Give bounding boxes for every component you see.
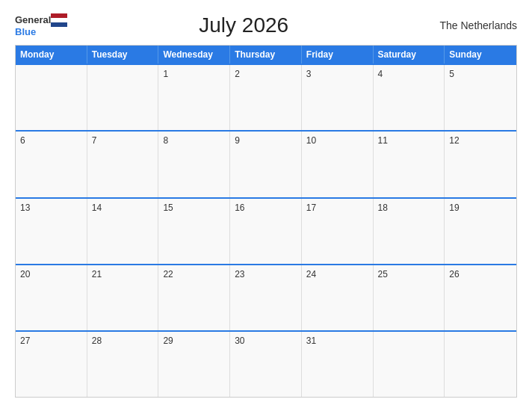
calendar-day-cell: 19 — [445, 199, 516, 264]
calendar-day-cell: 10 — [302, 132, 374, 197]
day-number: 12 — [449, 135, 512, 146]
cal-header-cell: Thursday — [230, 46, 302, 64]
day-number: 10 — [306, 135, 368, 146]
calendar-day-cell: 30 — [230, 332, 302, 397]
day-number: 7 — [92, 135, 154, 146]
cal-header-cell: Saturday — [374, 46, 445, 64]
calendar-day-cell: 8 — [158, 132, 230, 197]
calendar-day-cell — [87, 65, 159, 130]
calendar-day-cell: 20 — [16, 265, 87, 330]
day-number: 22 — [163, 269, 225, 279]
day-number: 5 — [449, 69, 512, 79]
calendar-day-cell: 13 — [16, 199, 87, 264]
day-number: 29 — [163, 336, 225, 346]
logo-blue-text: Blue — [15, 27, 36, 37]
svg-rect-0 — [51, 13, 67, 18]
calendar-day-cell: 27 — [16, 332, 87, 397]
day-number: 1 — [163, 69, 225, 79]
logo-row: General — [15, 13, 67, 27]
calendar-day-cell: 7 — [87, 132, 159, 197]
page: General Blue July 2026 The Netherlands M… — [0, 0, 532, 411]
day-number: 24 — [306, 269, 368, 279]
logo: General Blue — [15, 13, 67, 37]
calendar-day-cell: 17 — [302, 199, 374, 264]
day-number: 6 — [20, 135, 82, 146]
calendar-day-cell: 21 — [87, 265, 159, 330]
calendar-day-cell — [445, 332, 516, 397]
day-number: 4 — [378, 69, 440, 79]
calendar-week-row: 20212223242526 — [16, 264, 516, 330]
day-number: 8 — [163, 135, 225, 146]
weeks-container: 1234567891011121314151617181920212223242… — [16, 64, 516, 397]
cal-header-cell: Tuesday — [87, 46, 159, 64]
day-number: 23 — [235, 269, 297, 279]
calendar-week-row: 6789101112 — [16, 130, 516, 197]
day-number: 30 — [235, 336, 297, 346]
day-number: 28 — [92, 336, 154, 346]
day-number: 13 — [20, 203, 82, 213]
calendar-day-cell: 3 — [302, 65, 374, 130]
calendar-day-cell: 14 — [87, 199, 159, 264]
day-number: 2 — [235, 69, 297, 79]
svg-rect-1 — [51, 18, 67, 22]
day-number: 18 — [378, 203, 440, 213]
calendar-day-cell: 31 — [302, 332, 374, 397]
day-number: 3 — [306, 69, 368, 79]
day-number: 27 — [20, 336, 82, 346]
day-number: 17 — [306, 203, 368, 213]
day-number: 19 — [449, 203, 512, 213]
day-number: 31 — [306, 336, 368, 346]
cal-header-cell: Wednesday — [158, 46, 230, 64]
cal-header-cell: Friday — [302, 46, 374, 64]
calendar-day-cell — [16, 65, 87, 130]
calendar-day-cell: 18 — [374, 199, 445, 264]
calendar-header-row: MondayTuesdayWednesdayThursdayFridaySatu… — [16, 46, 516, 64]
day-number: 21 — [92, 269, 154, 279]
country-label: The Netherlands — [420, 19, 517, 31]
calendar-day-cell: 6 — [16, 132, 87, 197]
calendar-day-cell: 4 — [374, 65, 445, 130]
calendar-day-cell: 1 — [158, 65, 230, 130]
calendar-day-cell: 5 — [445, 65, 516, 130]
day-number: 20 — [20, 269, 82, 279]
calendar-week-row: 12345 — [16, 64, 516, 130]
day-number: 14 — [92, 203, 154, 213]
calendar-day-cell: 24 — [302, 265, 374, 330]
calendar-day-cell: 15 — [158, 199, 230, 264]
calendar: MondayTuesdayWednesdayThursdayFridaySatu… — [15, 45, 517, 398]
calendar-week-row: 13141516171819 — [16, 197, 516, 264]
calendar-day-cell: 23 — [230, 265, 302, 330]
calendar-day-cell: 28 — [87, 332, 159, 397]
calendar-day-cell: 11 — [374, 132, 445, 197]
calendar-day-cell: 9 — [230, 132, 302, 197]
logo-general-text: General — [15, 15, 51, 25]
calendar-day-cell — [374, 332, 445, 397]
svg-rect-2 — [51, 22, 67, 27]
logo-flag-icon — [51, 13, 67, 27]
calendar-day-cell: 29 — [158, 332, 230, 397]
logo-block: General Blue — [15, 13, 67, 37]
day-number: 11 — [378, 135, 440, 146]
day-number: 26 — [449, 269, 512, 279]
calendar-day-cell: 2 — [230, 65, 302, 130]
calendar-day-cell: 22 — [158, 265, 230, 330]
day-number: 9 — [235, 135, 297, 146]
day-number: 25 — [378, 269, 440, 279]
day-number: 16 — [235, 203, 297, 213]
header: General Blue July 2026 The Netherlands — [15, 13, 517, 37]
cal-header-cell: Monday — [16, 46, 87, 64]
day-number: 15 — [163, 203, 225, 213]
calendar-title: July 2026 — [67, 13, 420, 37]
calendar-day-cell: 25 — [374, 265, 445, 330]
calendar-day-cell: 16 — [230, 199, 302, 264]
calendar-day-cell: 12 — [445, 132, 516, 197]
calendar-week-row: 2728293031 — [16, 330, 516, 397]
cal-header-cell: Sunday — [445, 46, 516, 64]
calendar-day-cell: 26 — [445, 265, 516, 330]
